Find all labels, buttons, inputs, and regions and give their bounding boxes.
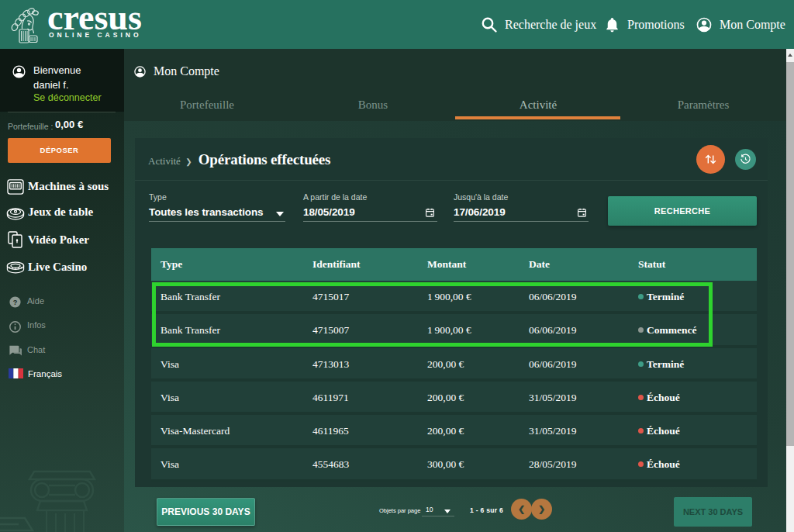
svg-text:?: ? bbox=[13, 299, 18, 306]
